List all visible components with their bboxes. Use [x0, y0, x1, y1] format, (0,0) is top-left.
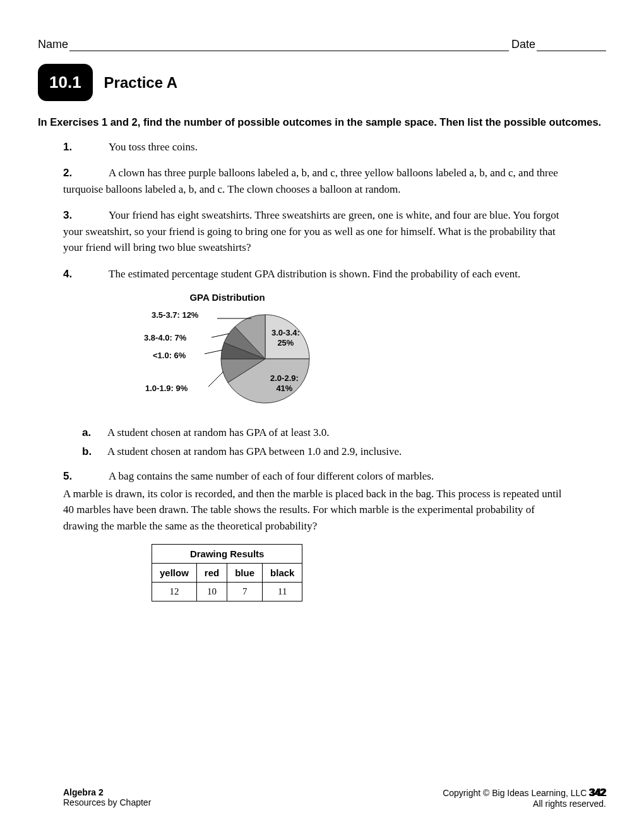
instructions-text: In Exercises 1 and 2, find the number of… — [38, 115, 606, 130]
sub-text: A student chosen at random has GPA of at… — [107, 426, 330, 438]
table-cell: 12 — [152, 583, 197, 601]
svg-line-2 — [205, 350, 222, 354]
pie-label-20-29-b: 41% — [276, 384, 292, 393]
pie-label-lt10: <1.0: 6% — [153, 351, 186, 360]
exercise-4b: b.A student chosen at random has GPA bet… — [63, 445, 568, 458]
exercise-number: 2. — [63, 165, 109, 181]
page-number: 342 — [589, 787, 606, 798]
date-label: Date — [511, 38, 535, 51]
table-row: 12 10 7 11 — [152, 583, 302, 601]
sub-label: a. — [82, 426, 107, 439]
footer-subtitle: Resources by Chapter — [63, 797, 151, 807]
exercise-4: 4.The estimated percentage student GPA d… — [63, 266, 568, 282]
footer-right: Copyright © Big Ideas Learning, LLC 342 … — [443, 787, 606, 809]
worksheet-title: Practice A — [104, 74, 178, 92]
exercises-content: 1.You toss three coins. 2.A clown has th… — [38, 139, 606, 602]
page-footer: Algebra 2 Resources by Chapter Copyright… — [63, 787, 606, 809]
book-title: Algebra 2 — [63, 787, 151, 797]
header-fields: Name Date — [38, 38, 606, 51]
footer-left: Algebra 2 Resources by Chapter — [63, 787, 151, 809]
exercise-5-body: A marble is drawn, its color is recorded… — [63, 486, 568, 535]
table-cell: 7 — [227, 583, 263, 601]
table-caption: Drawing Results — [152, 544, 302, 563]
exercise-5-intro: 5.A bag contains the same number of each… — [63, 468, 568, 485]
exercise-text: Your friend has eight sweatshirts. Three… — [63, 209, 559, 253]
table-header: black — [263, 564, 302, 583]
exercise-text: A marble is drawn, its color is recorded… — [63, 488, 561, 532]
table-header: blue — [227, 564, 263, 583]
exercise-number: 5. — [63, 468, 109, 485]
exercise-text: You toss three coins. — [109, 141, 198, 153]
sub-label: b. — [82, 445, 107, 458]
table-header-row: yellow red blue black — [152, 564, 302, 583]
results-table-wrap: Drawing Results yellow red blue black 12… — [63, 544, 568, 601]
table-cell: 10 — [196, 583, 227, 601]
exercise-number: 1. — [63, 139, 109, 155]
exercise-text: A clown has three purple balloons labele… — [63, 167, 558, 195]
exercise-3: 3.Your friend has eight sweatshirts. Thr… — [63, 207, 568, 256]
title-row: 10.1 Practice A — [38, 64, 606, 101]
exercise-2: 2.A clown has three purple balloons labe… — [63, 165, 568, 197]
name-label: Name — [38, 38, 68, 51]
chart-title: GPA Distribution — [139, 292, 316, 303]
exercise-text: The estimated percentage student GPA dis… — [109, 268, 520, 280]
pie-label-20-29-a: 2.0-2.9: — [270, 373, 299, 383]
copyright-text: Copyright © Big Ideas Learning, LLC — [443, 788, 587, 798]
exercise-4a: a.A student chosen at random has GPA of … — [63, 426, 568, 439]
sub-text: A student chosen at random has GPA betwe… — [107, 445, 402, 457]
pie-label-38-40: 3.8-4.0: 7% — [144, 333, 186, 342]
gpa-pie-chart: GPA Distribution — [63, 292, 568, 413]
pie-label-10-19: 1.0-1.9: 9% — [145, 384, 188, 393]
pie-label-30-34-a: 3.0-3.4: — [271, 328, 300, 337]
table-header: red — [196, 564, 227, 583]
pie-label-30-34-b: 25% — [277, 338, 294, 348]
rights-text: All rights reserved. — [443, 799, 606, 809]
exercise-text: A bag contains the same number of each o… — [109, 470, 434, 482]
date-blank[interactable] — [537, 40, 606, 51]
lesson-number-badge: 10.1 — [38, 64, 93, 101]
table-cell: 11 — [263, 583, 302, 601]
exercise-number: 3. — [63, 207, 109, 224]
name-blank[interactable] — [69, 40, 509, 51]
exercise-number: 4. — [63, 266, 109, 282]
exercise-1: 1.You toss three coins. — [63, 139, 568, 155]
pie-label-35-37: 3.5-3.7: 12% — [152, 310, 198, 320]
drawing-results-table: Drawing Results yellow red blue black 12… — [152, 544, 302, 601]
table-header: yellow — [152, 564, 197, 583]
svg-line-3 — [208, 372, 224, 387]
